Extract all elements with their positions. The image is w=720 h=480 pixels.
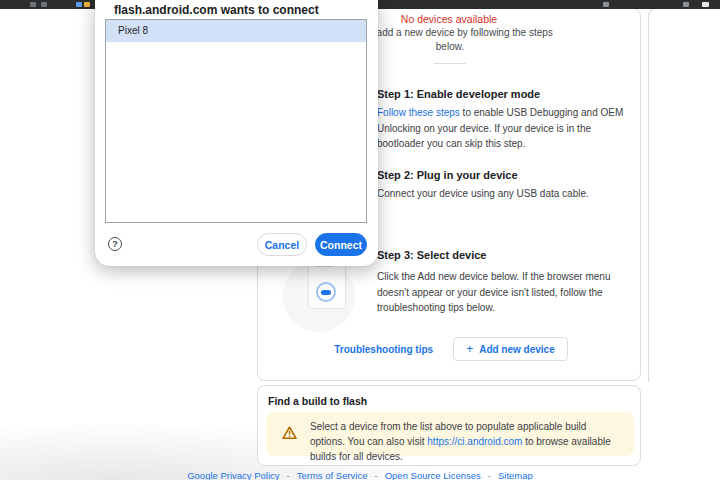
warning-triangle-icon xyxy=(282,425,297,443)
find-build-heading: Find a build to flash xyxy=(268,395,367,407)
step1-heading: Step 1: Enable developer mode xyxy=(377,88,540,100)
device-connect-dialog: flash.android.com wants to connect Pixel… xyxy=(95,0,378,266)
footer: Google Privacy Policy - Terms of Service… xyxy=(0,470,720,480)
usb-icon xyxy=(316,282,336,302)
window-control-icon[interactable] xyxy=(41,2,47,7)
toolbar-icon[interactable] xyxy=(702,2,709,7)
plus-icon: + xyxy=(466,342,473,356)
footer-link-licenses[interactable]: Open Source Licenses xyxy=(385,470,481,480)
footer-link-terms[interactable]: Terms of Service xyxy=(297,470,368,480)
cancel-button[interactable]: Cancel xyxy=(257,233,307,256)
usb-plug-icon xyxy=(321,290,331,295)
toolbar-icon[interactable] xyxy=(683,2,689,7)
window-control-icon[interactable] xyxy=(30,2,36,7)
favicon-blue-icon[interactable] xyxy=(76,2,82,7)
step3-body: Click the Add new device below. If the b… xyxy=(377,269,627,316)
divider xyxy=(434,63,466,64)
right-side-panel xyxy=(648,8,720,382)
troubleshooting-tips-button[interactable]: Troubleshooting tips xyxy=(330,338,437,361)
screenshot-stage: No devices available Easily add a new de… xyxy=(0,0,720,480)
find-build-card: Find a build to flash Select a device fr… xyxy=(257,385,641,466)
step3-actions: Troubleshooting tips + Add new device xyxy=(258,337,640,361)
footer-link-privacy[interactable]: Google Privacy Policy xyxy=(187,470,279,480)
footer-link-sitemap[interactable]: Sitemap xyxy=(498,470,533,480)
device-listbox[interactable]: Pixel 8 xyxy=(105,19,367,223)
toolbar-icon[interactable] xyxy=(603,2,609,7)
connect-button[interactable]: Connect xyxy=(315,233,367,256)
step3-heading: Step 3: Select device xyxy=(377,249,486,261)
footer-separator: - xyxy=(488,470,491,480)
warning-banner: Select a device from the list above to p… xyxy=(266,412,634,456)
add-new-device-button[interactable]: + Add new device xyxy=(453,337,568,361)
step2-body: Connect your device using any USB data c… xyxy=(377,186,627,202)
ci-android-link[interactable]: https://ci.android.com xyxy=(427,436,522,447)
step2-heading: Step 2: Plug in your device xyxy=(377,169,518,181)
device-list-item-pixel8[interactable]: Pixel 8 xyxy=(106,20,366,42)
help-icon[interactable]: ? xyxy=(108,237,122,251)
favicon-yellow-icon[interactable] xyxy=(84,2,90,7)
add-new-device-label: Add new device xyxy=(479,344,555,355)
follow-these-steps-link[interactable]: Follow these steps xyxy=(377,107,460,118)
warning-text: Select a device from the list above to p… xyxy=(310,419,622,464)
dialog-title: flash.android.com wants to connect xyxy=(114,3,319,17)
footer-separator: - xyxy=(287,470,290,480)
step1-body: Follow these steps to enable USB Debuggi… xyxy=(377,105,627,152)
footer-separator: - xyxy=(375,470,378,480)
